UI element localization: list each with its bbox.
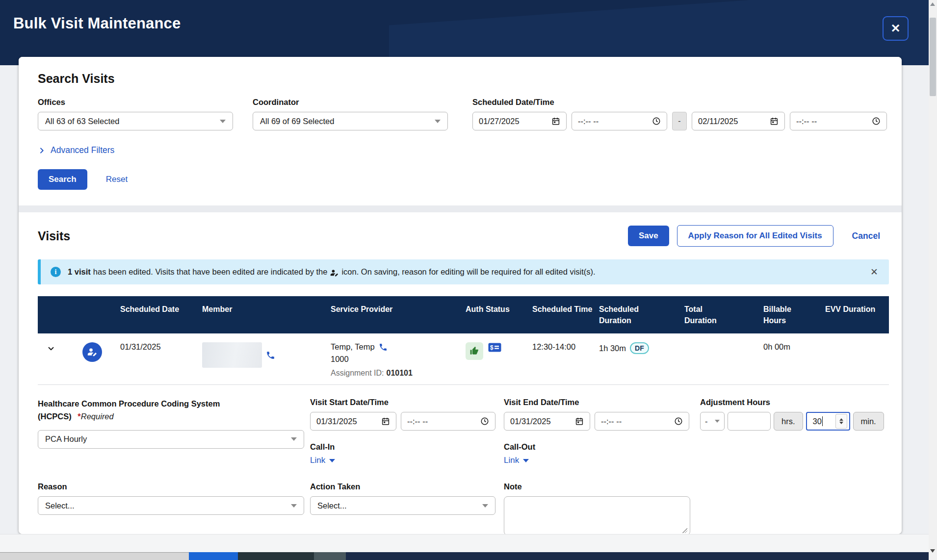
person-edit-icon bbox=[87, 347, 97, 357]
scheduled-duration-value: 1h 30m bbox=[599, 344, 626, 353]
visit-end-date-input[interactable]: 01/31/2025 bbox=[504, 412, 590, 431]
expand-chevron-icon[interactable] bbox=[47, 344, 55, 353]
search-visits-heading: Search Visits bbox=[38, 72, 889, 86]
taskbar-segment bbox=[314, 552, 346, 560]
hcpcs-field: Healthcare Common Procedure Coding Syste… bbox=[38, 398, 310, 465]
note-label: Note bbox=[504, 482, 889, 491]
chevron-down-icon bbox=[523, 459, 529, 462]
scheduled-start-time-input[interactable]: --:-- -- bbox=[572, 112, 667, 130]
assignment-id-label: Assignment ID: bbox=[331, 369, 384, 377]
calendar-icon bbox=[551, 117, 560, 126]
stepper-down-icon[interactable] bbox=[839, 422, 843, 424]
section-divider bbox=[19, 205, 902, 212]
clock-icon bbox=[674, 417, 683, 426]
adjustment-sign-select[interactable]: - bbox=[700, 412, 725, 431]
cell-auth-status: $ bbox=[466, 333, 532, 384]
page-title: Bulk Visit Maintenance bbox=[13, 15, 181, 32]
close-icon: ✕ bbox=[890, 22, 900, 35]
search-button[interactable]: Search bbox=[38, 169, 87, 190]
col-scheduled-time: Scheduled Time bbox=[532, 296, 599, 333]
adjustment-hours-input[interactable] bbox=[728, 412, 771, 431]
scheduled-end-time-input[interactable]: --:-- -- bbox=[790, 112, 887, 130]
scheduled-start-time-value: --:-- -- bbox=[578, 117, 652, 126]
action-taken-select[interactable]: Select... bbox=[310, 496, 495, 515]
scrollbar-thumb[interactable] bbox=[930, 18, 936, 96]
calendar-icon bbox=[381, 417, 390, 426]
offices-select[interactable]: All 63 of 63 Selected bbox=[38, 112, 233, 130]
calendar-icon bbox=[770, 117, 779, 126]
reason-field: Reason Select... bbox=[38, 482, 310, 534]
stepper-up-icon[interactable] bbox=[839, 418, 843, 421]
reason-label: Reason bbox=[38, 482, 310, 491]
df-badge: DF bbox=[630, 342, 649, 354]
visit-start-time-input[interactable]: --:-- -- bbox=[401, 412, 495, 431]
scheduled-end-date-value: 02/11/2025 bbox=[698, 117, 770, 126]
member-name-redacted bbox=[202, 342, 262, 368]
chevron-down-icon bbox=[329, 459, 335, 462]
person-edit-icon bbox=[330, 269, 338, 277]
chevron-down-icon bbox=[435, 120, 441, 123]
advanced-filters-toggle[interactable]: Advanced Filters bbox=[38, 145, 114, 155]
billing-card-icon: $ bbox=[488, 342, 501, 353]
visit-end-time-input[interactable]: --:-- -- bbox=[595, 412, 689, 431]
hours-addon: hrs. bbox=[774, 412, 803, 431]
modal-close-button[interactable]: ✕ bbox=[883, 16, 909, 41]
call-in-label: Call-In bbox=[310, 442, 504, 452]
number-stepper[interactable] bbox=[835, 414, 847, 429]
auth-approved-chip bbox=[466, 342, 483, 360]
hcpcs-select[interactable]: PCA Hourly bbox=[38, 430, 304, 449]
offices-label: Offices bbox=[38, 98, 233, 107]
table-row: 01/31/2025 Temp, Temp 1000 Assignment ID… bbox=[38, 333, 889, 384]
adjustment-minutes-input[interactable]: 30 bbox=[806, 412, 850, 431]
note-textarea[interactable] bbox=[504, 496, 690, 534]
edited-visit-badge bbox=[82, 342, 102, 362]
phone-icon[interactable] bbox=[266, 351, 275, 360]
page-footer-strip bbox=[0, 534, 929, 552]
scheduled-start-date-value: 01/27/2025 bbox=[479, 117, 551, 126]
vertical-scrollbar[interactable] bbox=[929, 0, 937, 560]
banner-text-after: icon. On saving, reason for editing will… bbox=[341, 267, 595, 277]
visit-start-date-value: 01/31/2025 bbox=[316, 417, 381, 426]
taskbar bbox=[0, 552, 929, 560]
cancel-button[interactable]: Cancel bbox=[852, 231, 880, 241]
save-button[interactable]: Save bbox=[628, 226, 669, 246]
banner-close-icon[interactable]: ✕ bbox=[868, 266, 880, 278]
action-taken-label: Action Taken bbox=[310, 482, 504, 491]
modal-header bbox=[0, 0, 929, 65]
reason-select[interactable]: Select... bbox=[38, 496, 304, 515]
taskbar-segment-active bbox=[189, 552, 238, 560]
coordinator-select[interactable]: All 69 of 69 Selected bbox=[253, 112, 448, 130]
col-member: Member bbox=[202, 296, 331, 333]
banner-bold-text: 1 visit bbox=[68, 267, 91, 277]
cell-total-duration bbox=[684, 333, 763, 384]
resize-handle-icon[interactable] bbox=[682, 528, 687, 533]
calendar-icon bbox=[575, 417, 584, 426]
visits-table: Scheduled Date Member Service Provider A… bbox=[38, 296, 889, 385]
scroll-down-icon[interactable] bbox=[930, 549, 935, 553]
hcpcs-select-value: PCA Hourly bbox=[45, 434, 87, 444]
cell-scheduled-time: 12:30-14:00 bbox=[532, 333, 599, 384]
col-total-duration: Total Duration bbox=[684, 296, 729, 333]
visit-start-date-input[interactable]: 01/31/2025 bbox=[310, 412, 396, 431]
adjustment-hours-label: Adjustment Hours bbox=[700, 398, 889, 407]
scroll-up-icon[interactable] bbox=[930, 2, 935, 6]
visit-end-field: Visit End Date/Time 01/31/2025 --:-- -- … bbox=[504, 398, 700, 465]
hcpcs-label-line2: (HCPCS) bbox=[38, 412, 72, 421]
col-auth-status: Auth Status bbox=[466, 296, 505, 333]
call-out-link[interactable]: Link bbox=[504, 456, 529, 465]
text-cursor bbox=[822, 416, 823, 426]
phone-icon[interactable] bbox=[379, 343, 388, 352]
apply-reason-button[interactable]: Apply Reason for All Edited Visits bbox=[677, 225, 833, 247]
note-field: Note Limit to 500 characters bbox=[504, 482, 889, 534]
reset-button[interactable]: Reset bbox=[106, 175, 128, 184]
date-range-separator: - bbox=[672, 112, 687, 130]
call-in-link-label: Link bbox=[310, 456, 325, 465]
coordinator-select-value: All 69 of 69 Selected bbox=[260, 117, 334, 126]
call-out-link-label: Link bbox=[504, 456, 519, 465]
scheduled-end-date-input[interactable]: 02/11/2025 bbox=[692, 112, 785, 130]
taskbar-segment bbox=[238, 552, 314, 560]
call-in-link[interactable]: Link bbox=[310, 456, 335, 465]
chevron-down-icon bbox=[482, 504, 488, 508]
scheduled-start-date-input[interactable]: 01/27/2025 bbox=[472, 112, 567, 130]
svg-text:$: $ bbox=[490, 344, 494, 351]
